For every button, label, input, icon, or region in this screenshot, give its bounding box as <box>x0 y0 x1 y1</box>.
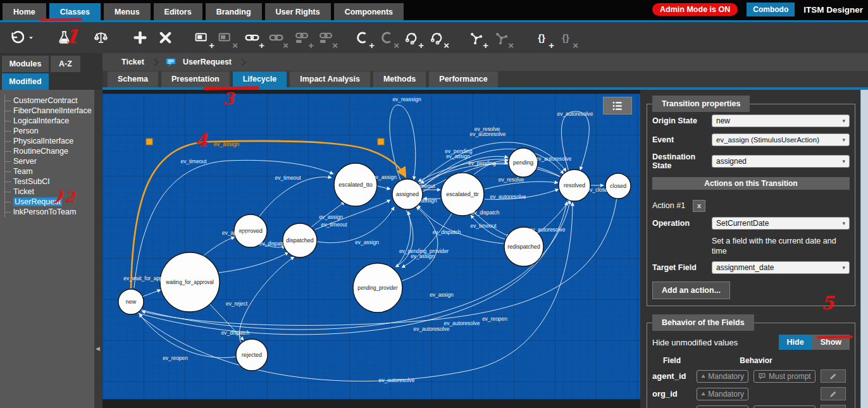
sidebar-item-physicalinterface[interactable]: PhysicalInterface <box>5 136 94 146</box>
operation-select[interactable]: SetCurrentDate▾ <box>712 217 850 230</box>
delete-icon[interactable] <box>156 28 175 47</box>
nav-tab-components[interactable]: Components <box>334 3 404 20</box>
sidebar-item-person[interactable]: Person <box>5 126 94 136</box>
add-action-button[interactable]: Add an action... <box>652 281 730 299</box>
lifecycle-state-machine[interactable]: ev_assign newwaiting_for_approvalapprove… <box>102 94 640 399</box>
sidebar-item-logicalinterface[interactable]: LogicalInterface <box>5 116 94 126</box>
svg-text:redispatched: redispatched <box>507 244 540 250</box>
undo-caret-icon[interactable] <box>27 28 35 47</box>
lifecycle-diagram-canvas[interactable]: ev_assign newwaiting_for_approvalapprove… <box>102 90 640 408</box>
edge-label: ev_assign <box>411 253 435 259</box>
remove-action-button[interactable]: x <box>693 200 705 212</box>
admin-mode-badge: Admin Mode is ON <box>652 3 738 16</box>
edge-label: ev_autoresolve <box>414 326 450 332</box>
sidebar-item-customercontract[interactable]: CustomerContract <box>5 96 94 106</box>
remove-state-icon[interactable]: × <box>377 28 396 47</box>
must-prompt-badge[interactable]: Must prompt <box>753 370 815 383</box>
state-resolved[interactable]: resolved <box>559 170 590 201</box>
edge-label: ev_timeout <box>321 221 348 228</box>
show-button[interactable]: Show <box>812 335 850 350</box>
nav-tab-branding[interactable]: Branding <box>206 3 262 20</box>
tab-presentation[interactable]: Presentation <box>161 71 230 87</box>
add-state-icon[interactable]: + <box>352 28 371 47</box>
sidebar-splitter[interactable]: ◀ <box>94 90 102 408</box>
remove-link-icon[interactable]: × <box>266 28 285 47</box>
add-linkset-icon[interactable]: + <box>292 28 311 47</box>
hide-unmodified-label: Hide unmodified values <box>652 338 738 347</box>
edit-field-behavior-button[interactable] <box>821 405 846 408</box>
edge-label: ev_assign <box>319 214 343 220</box>
edit-field-behavior-button[interactable] <box>821 369 846 383</box>
breadcrumb-item-ticket[interactable]: Ticket <box>121 58 144 66</box>
tab-lifecycle[interactable]: Lifecycle <box>233 71 287 87</box>
edge-label: ev_assign <box>446 153 470 159</box>
edge-label: ev_autoresolve <box>470 131 506 137</box>
state-waiting-for-approval[interactable]: waiting_for_approval <box>160 252 220 312</box>
hide-button[interactable]: Hide <box>779 335 812 350</box>
sidebar-tab-modified[interactable]: Modified <box>2 73 49 90</box>
nav-tab-editors[interactable]: Editors <box>154 3 202 20</box>
combodo-brand-button[interactable]: Combodo <box>747 3 795 16</box>
sidebar-item-team[interactable]: Team <box>5 166 94 176</box>
destination-state-select[interactable]: assigned▾ <box>712 155 850 168</box>
tab-methods[interactable]: Methods <box>373 71 426 87</box>
add-icon[interactable] <box>130 28 149 47</box>
state-redispatched[interactable]: redispatched <box>504 227 543 266</box>
edge-handle[interactable] <box>378 139 384 145</box>
vertical-scrollbar[interactable] <box>860 90 868 408</box>
test-flask-icon[interactable] <box>54 28 73 47</box>
breadcrumb: TicketUserRequest <box>102 53 868 71</box>
diagram-list-view-button[interactable] <box>603 97 632 114</box>
nav-tab-classes[interactable]: Classes <box>49 3 101 20</box>
add-link-icon[interactable]: + <box>242 28 261 47</box>
sidebar-item-lnkpersontoteam[interactable]: lnkPersonToTeam <box>5 207 94 217</box>
sidebar-item-routinechange[interactable]: RoutineChange <box>5 146 94 156</box>
remove-stimulus-icon[interactable]: × <box>427 28 446 47</box>
add-stimulus-icon[interactable]: + <box>402 28 421 47</box>
origin-state-select[interactable]: new▾ <box>712 114 850 127</box>
nav-tab-menus[interactable]: Menus <box>104 3 151 20</box>
add-transition-icon[interactable]: + <box>466 28 485 47</box>
target-field-select[interactable]: assignment_date▾ <box>712 261 850 274</box>
sidebar-item-server[interactable]: Server <box>5 156 94 166</box>
add-method-icon[interactable]: {}+ <box>532 28 551 47</box>
must-prompt-badge[interactable]: Must prompt <box>753 405 815 408</box>
svg-text:assigned: assigned <box>396 191 419 197</box>
sidebar-item-ticket[interactable]: Ticket <box>5 187 94 197</box>
breadcrumb-item-userrequest[interactable]: UserRequest <box>183 58 232 66</box>
tab-schema[interactable]: Schema <box>108 71 158 87</box>
mandatory-badge[interactable]: Mandatory <box>697 388 748 400</box>
properties-panel: Transition properties Origin State new▾ … <box>640 90 860 408</box>
sidebar-tabs: Modules A-Z <box>0 53 102 72</box>
remove-field-icon[interactable]: × <box>216 28 235 47</box>
event-select[interactable]: ev_assign (StimulusUserAction)▾ <box>712 133 850 146</box>
operation-help-text: Set a field with the current date and ti… <box>712 236 850 257</box>
remove-linkset-icon[interactable]: × <box>316 28 335 47</box>
state-rejected[interactable]: rejected <box>236 339 268 371</box>
remove-method-icon[interactable]: {}× <box>556 28 575 47</box>
sidebar-item-userrequest[interactable]: UserRequest <box>5 197 94 207</box>
edge-handle[interactable] <box>146 139 152 145</box>
sidebar-tab-modules[interactable]: Modules <box>2 56 49 72</box>
tab-performance[interactable]: Performance <box>429 71 497 87</box>
tab-impact-analysis[interactable]: Impact Analysis <box>290 71 370 87</box>
state-dispatched[interactable]: dispatched <box>283 223 317 257</box>
remove-transition-icon[interactable]: × <box>492 28 511 47</box>
nav-tab-home[interactable]: Home <box>3 3 46 20</box>
sidebar-tab-a-z[interactable]: A-Z <box>51 56 80 72</box>
edit-field-behavior-button[interactable] <box>821 387 846 400</box>
state-escalated-tto[interactable]: escalated_tto <box>334 163 377 206</box>
state-closed[interactable]: closed <box>605 173 631 199</box>
nav-tab-user-rights[interactable]: User Rights <box>265 3 331 20</box>
state-pending-provider[interactable]: pending_provider <box>353 263 402 312</box>
add-field-icon[interactable]: + <box>192 28 211 47</box>
state-pending[interactable]: pending <box>509 148 538 177</box>
state-new[interactable]: new <box>118 289 144 314</box>
sidebar-item-testsubci[interactable]: TestSubCI <box>5 176 94 187</box>
sidebar-item-fiberchannelinterface[interactable]: FiberChannelInterface <box>5 106 94 116</box>
mandatory-badge[interactable]: Mandatory <box>697 370 748 383</box>
compare-scales-icon[interactable] <box>91 28 110 47</box>
mandatory-badge[interactable]: Mandatory <box>697 405 748 408</box>
undo-icon[interactable] <box>6 28 25 47</box>
collapse-sidebar-icon[interactable]: ◀ <box>96 345 100 352</box>
